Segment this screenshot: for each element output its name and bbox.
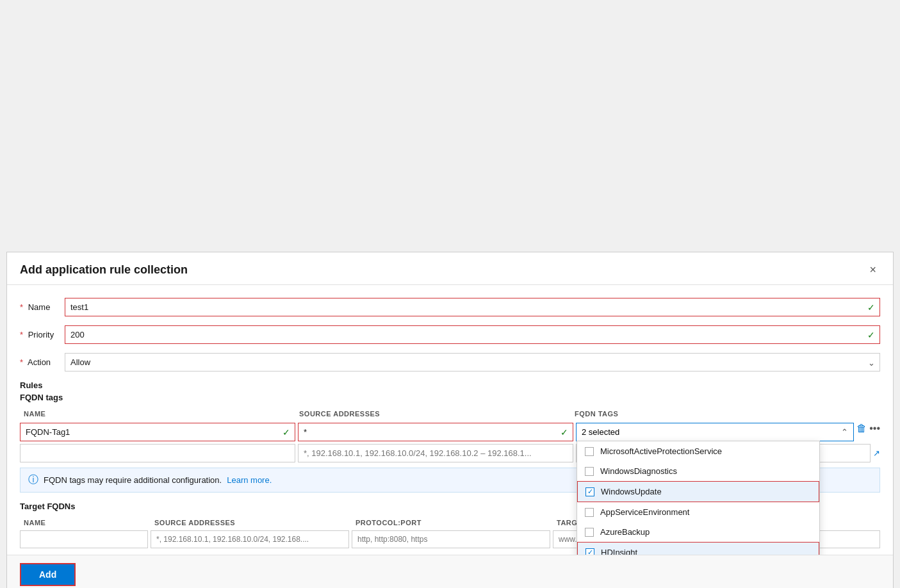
fqdn-selected-text: 2 selected [582,427,619,437]
priority-label: * Priority [20,330,65,339]
checkbox-5[interactable]: ✓ [585,548,594,555]
dropdown-item-0[interactable]: MicrosoftActiveProtectionService [577,441,819,461]
target-col-name: NAME [20,518,148,528]
checkbox-0[interactable] [585,447,594,456]
action-select[interactable]: Allow Deny [65,353,880,372]
priority-row: * Priority ✓ [20,325,880,344]
dropdown-item-4[interactable]: AzureBackup [577,522,819,542]
checkbox-3[interactable] [585,508,594,517]
checkbox-2[interactable]: ✓ [585,487,594,496]
fqdn-tags-selector[interactable]: 2 selected ⌃ MicrosoftActiveProtectionSe… [576,423,854,441]
fqdn-name-check-icon: ✓ [282,427,290,437]
target-protocol-input[interactable] [352,530,550,548]
external-link-icon[interactable]: ↗ [873,448,880,458]
fqdn-tags-chevron-icon: ⌃ [841,427,848,437]
info-icon: ⓘ [28,473,38,487]
target-col-source: SOURCE ADDRESSES [151,518,349,528]
fqdn-tags-right: 2 selected ⌃ MicrosoftActiveProtectionSe… [576,423,880,441]
dropdown-label-0: MicrosoftActiveProtectionService [600,446,722,456]
action-row: * Action Allow Deny ⌄ [20,353,880,372]
name-required-star: * [20,302,23,312]
fqdn-tags-selected-display[interactable]: 2 selected ⌃ [577,423,853,441]
fqdn-name-cell: ✓ [20,423,295,441]
action-label: * Action [20,357,65,367]
fqdn-tags-header: NAME SOURCE ADDRESSES FQDN TAGS [20,409,880,421]
priority-required-star: * [20,330,23,339]
more-icon[interactable]: ••• [869,423,880,434]
fqdn-source-check-icon: ✓ [560,427,568,437]
info-text: FQDN tags may require additional configu… [44,475,222,485]
priority-input[interactable] [65,325,880,344]
fqdn-tags-dropdown: MicrosoftActiveProtectionService Windows… [577,441,820,555]
name-check-icon: ✓ [867,302,875,313]
fqdn-name-input[interactable] [20,423,295,441]
check-mark-5: ✓ [587,548,593,555]
action-select-wrapper: Allow Deny ⌄ [65,353,880,372]
fqdn-source-cell: ✓ [298,423,573,441]
target-source-input[interactable] [151,530,349,548]
action-label-text: Action [28,357,51,367]
name-label-text: Name [28,302,51,312]
fqdn-source-input[interactable] [298,423,573,441]
dropdown-label-4: AzureBackup [600,527,650,537]
target-col-protocol: PROTOCOL:PORT [352,518,550,528]
fqdn-name-cell-2 [20,444,295,462]
dialog-footer: Add [7,555,893,588]
action-required-star: * [20,357,23,367]
fqdn-col-source: SOURCE ADDRESSES [295,409,571,419]
fqdn-tags-row1: ✓ ✓ 2 selected ⌃ [20,423,880,441]
fqdn-name-input-2[interactable] [20,444,295,462]
checkbox-4[interactable] [585,528,594,537]
close-button[interactable]: × [865,263,880,277]
dropdown-item-3[interactable]: AppServiceEnvironment [577,502,819,522]
dropdown-item-5[interactable]: ✓ HDInsight [577,542,819,555]
dialog-body: * Name ✓ * Priority ✓ [7,285,893,555]
dropdown-label-5: HDInsight [601,548,637,555]
dialog-title: Add application rule collection [20,263,188,277]
priority-input-wrapper: ✓ [65,325,880,344]
dropdown-label-1: WindowsDiagnostics [600,466,677,476]
target-name-input[interactable] [20,530,148,548]
fqdn-source-input-2[interactable] [298,444,573,462]
check-mark-2: ✓ [587,487,593,496]
fqdn-source-cell-2 [298,444,573,462]
name-input[interactable] [65,298,880,316]
checkbox-1[interactable] [585,467,594,476]
dialog-header: Add application rule collection × [7,252,893,285]
learn-more-link[interactable]: Learn more. [227,475,272,485]
fqdn-col-name: NAME [20,409,295,419]
dropdown-item-1[interactable]: WindowsDiagnostics [577,461,819,481]
name-label: * Name [20,302,65,312]
fqdn-col-fqdn: FQDN TAGS [571,409,880,419]
priority-check-icon: ✓ [867,330,875,340]
name-row: * Name ✓ [20,298,880,316]
dropdown-label-3: AppServiceEnvironment [600,507,689,517]
name-input-wrapper: ✓ [65,298,880,316]
fqdn-tags-section-label: FQDN tags [20,393,880,402]
dropdown-item-2[interactable]: ✓ WindowsUpdate [577,481,819,502]
priority-label-text: Priority [28,330,54,339]
dropdown-label-2: WindowsUpdate [601,487,662,496]
add-button[interactable]: Add [20,563,76,586]
rules-section-label: Rules [20,380,880,390]
trash-icon[interactable]: 🗑 [856,423,867,434]
add-rule-dialog: Add application rule collection × * Name… [6,252,894,588]
